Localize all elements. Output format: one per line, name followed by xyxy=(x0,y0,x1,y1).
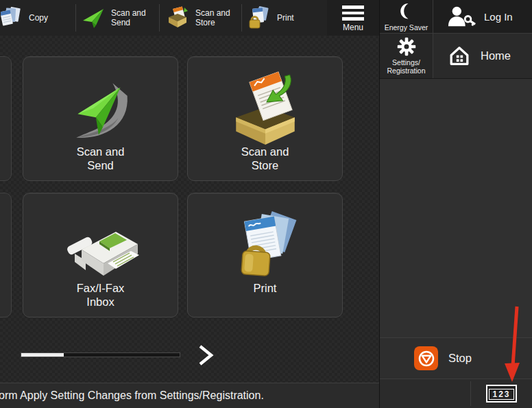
printer-touchscreen: Copy Scan and Send Scan a xyxy=(0,0,532,408)
panel-divider xyxy=(380,78,532,79)
tile-print-label: Print xyxy=(254,281,277,295)
hamburger-icon xyxy=(342,5,364,21)
home-icon xyxy=(448,45,471,68)
energy-saver-button[interactable]: Energy Saver xyxy=(380,0,433,33)
hardware-key-panel: Energy Saver Log In xyxy=(379,0,532,408)
stop-button[interactable]: Stop xyxy=(380,337,532,379)
tab-print[interactable]: Print xyxy=(242,0,327,36)
storage-box-3d-icon xyxy=(227,71,304,145)
tab-scan-and-store[interactable]: Scan and Store xyxy=(160,0,241,36)
print-documents-icon xyxy=(247,5,271,30)
fax-machine-icon xyxy=(61,213,141,281)
status-message: orm Apply Setting Changes from Settings/… xyxy=(0,389,264,402)
partial-tile-offscreen[interactable] xyxy=(0,193,12,317)
tile-print[interactable]: Print xyxy=(187,193,343,317)
copy-pages-icon xyxy=(1,5,23,31)
tile-scrollbar-track[interactable] xyxy=(21,352,180,357)
tab-scan-and-store-label: Scan and Store xyxy=(195,8,230,27)
tile-scan-and-store[interactable]: Scan and Store xyxy=(187,56,343,181)
partial-tile-offscreen[interactable] xyxy=(0,56,12,181)
tile-fax-inbox-label: Fax/I-Fax Inbox xyxy=(77,281,125,309)
tab-copy-label: Copy xyxy=(29,13,48,23)
paper-plane-icon xyxy=(82,6,105,29)
gear-icon xyxy=(397,37,416,56)
log-in-label: Log In xyxy=(484,11,513,23)
next-page-button[interactable] xyxy=(196,344,215,366)
user-key-icon xyxy=(447,5,476,27)
home-button[interactable]: Home xyxy=(433,34,532,78)
tile-scan-and-send-label: Scan and Send xyxy=(77,145,125,172)
counter-value: 123 xyxy=(489,389,513,400)
tab-print-label: Print xyxy=(277,13,294,23)
tile-scrollbar-thumb[interactable] xyxy=(21,353,64,357)
stop-octagon-icon xyxy=(414,346,438,370)
tile-scan-and-store-label: Scan and Store xyxy=(241,145,289,172)
paper-plane-3d-icon xyxy=(62,73,139,145)
status-bar: orm Apply Setting Changes from Settings/… xyxy=(0,383,379,408)
home-label: Home xyxy=(481,49,511,62)
home-tile-area: Scan and Send xyxy=(0,36,379,383)
counter-check-icon: 123 xyxy=(486,385,516,403)
tab-scan-and-send-label: Scan and Send xyxy=(111,8,146,27)
menu-button[interactable]: Menu xyxy=(327,0,379,36)
crescent-moon-icon xyxy=(397,2,415,21)
tab-copy[interactable]: Copy xyxy=(0,0,75,36)
settings-registration-label: Settings/ Registration xyxy=(387,58,425,75)
menu-label: Menu xyxy=(343,23,363,32)
top-tab-bar: Copy Scan and Send Scan a xyxy=(0,0,379,36)
settings-registration-button[interactable]: Settings/ Registration xyxy=(380,34,433,78)
stop-label: Stop xyxy=(448,352,472,365)
energy-saver-label: Energy Saver xyxy=(385,23,428,32)
locked-documents-icon xyxy=(228,208,302,281)
chevron-right-icon xyxy=(196,344,215,366)
storage-box-icon xyxy=(166,6,189,29)
tile-scan-and-send[interactable]: Scan and Send xyxy=(23,56,178,181)
log-in-button[interactable]: Log In xyxy=(433,0,532,33)
counter-check-button[interactable]: 123 xyxy=(470,379,532,408)
tab-scan-and-send[interactable]: Scan and Send xyxy=(76,0,159,36)
tile-fax-inbox[interactable]: Fax/I-Fax Inbox xyxy=(23,193,178,317)
